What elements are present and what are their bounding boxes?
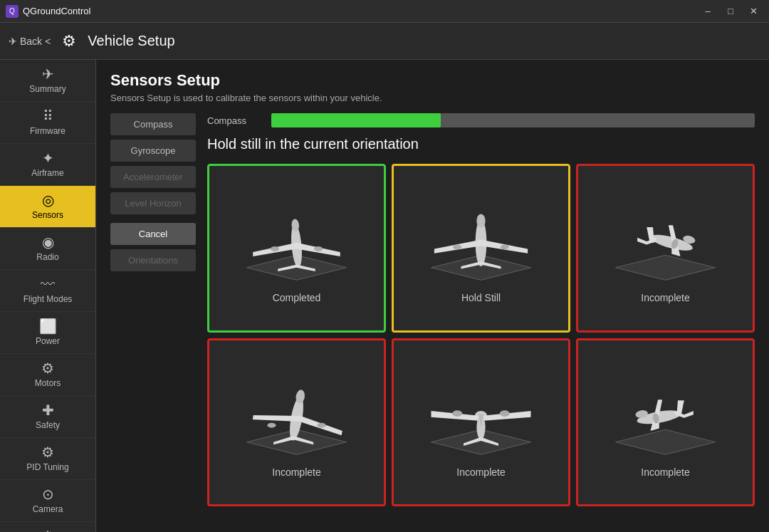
orientation-cell-completed: Completed — [207, 164, 386, 333]
level-horizon-button[interactable]: Level Horizon — [110, 192, 196, 214]
sidebar-item-label-pid: PID Tuning — [26, 462, 68, 472]
sidebar-item-label-airframe: Airframe — [31, 168, 63, 178]
plane-view-5 — [394, 361, 568, 461]
sidebar-item-firmware[interactable]: ⠿ Firmware — [0, 102, 95, 144]
page-description: Sensors Setup is used to calibrate the s… — [110, 93, 755, 103]
sensors-layout: Compass Gyroscope Accelerometer Level Ho… — [110, 113, 755, 513]
sidebar: ✈ Summary ⠿ Firmware ✦ Airframe ◎ Sensor… — [0, 60, 96, 532]
accelerometer-button[interactable]: Accelerometer — [110, 166, 196, 188]
settings-icon: ⚙ — [58, 30, 80, 53]
svg-point-27 — [317, 422, 325, 427]
back-label: Back — [20, 36, 42, 47]
sidebar-item-label-safety: Safety — [36, 420, 60, 430]
sidebar-item-label-motors: Motors — [35, 378, 61, 388]
svg-point-6 — [314, 246, 323, 251]
sidebar-item-label-power: Power — [36, 336, 60, 346]
minimize-button[interactable]: – — [698, 4, 718, 19]
sidebar-item-label-flight-modes: Flight Modes — [23, 294, 73, 304]
gyroscope-button[interactable]: Gyroscope — [110, 140, 196, 162]
sidebar-item-label-summary: Summary — [29, 84, 66, 94]
maximize-button[interactable]: □ — [721, 4, 741, 19]
plane-svg-3 — [578, 187, 753, 286]
compass-button[interactable]: Compass — [110, 113, 196, 135]
svg-point-26 — [267, 422, 276, 427]
radio-icon: ◉ — [42, 235, 54, 249]
pid-icon: ⚙ — [41, 445, 54, 459]
cancel-button[interactable]: Cancel — [110, 223, 196, 245]
orient-label-6: Incomplete — [641, 466, 689, 484]
orient-label-1: Completed — [273, 292, 321, 309]
plane-view-1 — [209, 187, 384, 286]
progress-label: Compass — [207, 115, 264, 126]
main-layout: ✈ Summary ⠿ Firmware ✦ Airframe ◎ Sensor… — [0, 60, 769, 532]
motors-icon: ⚙ — [41, 361, 54, 375]
orientation-grid: Completed — [207, 164, 755, 506]
sensor-buttons-panel: Compass Gyroscope Accelerometer Level Ho… — [110, 113, 196, 513]
progress-row: Compass — [207, 113, 755, 127]
sidebar-item-pid-tuning[interactable]: ⚙ PID Tuning — [0, 438, 95, 480]
titlebar: Q QGroundControl – □ ✕ — [0, 0, 769, 23]
orientation-cell-incomplete-3: Incomplete — [576, 164, 755, 333]
svg-point-11 — [476, 214, 485, 228]
sidebar-item-label-sensors: Sensors — [32, 210, 63, 220]
svg-point-34 — [452, 410, 462, 417]
sidebar-item-radio[interactable]: ◉ Radio — [0, 228, 95, 270]
plane-svg-5 — [394, 361, 568, 461]
orientation-cell-incomplete-6: Incomplete — [576, 338, 755, 507]
sidebar-item-safety[interactable]: ✚ Safety — [0, 396, 95, 438]
plane-svg-2 — [394, 187, 568, 286]
sidebar-item-label-radio: Radio — [36, 252, 58, 262]
titlebar-left: Q QGroundControl — [6, 5, 90, 18]
app-icon: Q — [6, 5, 19, 18]
back-chevron: < — [45, 36, 51, 47]
progress-bar-background — [271, 113, 755, 127]
svg-point-12 — [453, 245, 461, 250]
progress-bar-fill — [271, 113, 441, 127]
sidebar-item-summary[interactable]: ✈ Summary — [0, 60, 95, 102]
plane-view-6 — [578, 361, 753, 461]
sidebar-item-sensors[interactable]: ◎ Sensors — [0, 186, 95, 228]
page-title: Sensors Setup — [110, 71, 755, 90]
sensors-main-panel: Compass Hold still in the current orient… — [207, 113, 755, 513]
power-icon: ⬜ — [39, 319, 57, 333]
sidebar-item-airframe[interactable]: ✦ Airframe — [0, 144, 95, 186]
svg-point-35 — [500, 410, 510, 417]
plane-svg-4 — [209, 361, 384, 461]
orient-label-3: Incomplete — [641, 292, 689, 309]
safety-icon: ✚ — [42, 403, 54, 417]
sidebar-item-label-camera: Camera — [33, 504, 63, 514]
parameters-icon: ⚙ — [41, 529, 54, 532]
firmware-icon: ⠿ — [43, 109, 53, 123]
sidebar-item-label-firmware: Firmware — [30, 126, 66, 136]
plane-view-4 — [209, 361, 384, 461]
svg-marker-36 — [616, 429, 716, 454]
svg-marker-14 — [616, 256, 716, 281]
sidebar-item-parameters[interactable]: ⚙ Parameters — [0, 522, 95, 532]
orient-label-5: Incomplete — [456, 466, 505, 484]
airframe-icon: ✦ — [42, 151, 54, 165]
sidebar-item-camera[interactable]: ⊙ Camera — [0, 480, 95, 522]
orientation-cell-hold-still: Hold Still — [392, 164, 570, 333]
orient-label-4: Incomplete — [272, 466, 320, 484]
instruction-text: Hold still in the current orientation — [207, 136, 755, 152]
sensors-icon: ◎ — [42, 193, 54, 207]
app-title: QGroundControl — [23, 6, 90, 16]
window-controls: – □ ✕ — [698, 4, 763, 19]
flight-modes-icon: 〰 — [41, 277, 55, 291]
back-arrow-icon: ✈ — [9, 36, 17, 47]
plane-view-2 — [394, 187, 568, 286]
svg-point-13 — [501, 245, 509, 250]
orientation-cell-incomplete-4: Incomplete — [207, 338, 386, 507]
toolbar-title: Vehicle Setup — [88, 33, 174, 49]
summary-icon: ✈ — [42, 67, 54, 81]
sidebar-item-motors[interactable]: ⚙ Motors — [0, 354, 95, 396]
plane-svg-6 — [578, 361, 753, 461]
close-button[interactable]: ✕ — [743, 4, 763, 19]
sidebar-item-power[interactable]: ⬜ Power — [0, 312, 95, 354]
toolbar: ✈ Back < ⚙ Vehicle Setup — [0, 23, 769, 60]
back-button[interactable]: ✈ Back < — [9, 36, 51, 47]
orientations-button[interactable]: Orientations — [110, 249, 196, 271]
svg-point-5 — [271, 246, 279, 251]
plane-view-3 — [578, 187, 753, 286]
sidebar-item-flight-modes[interactable]: 〰 Flight Modes — [0, 270, 95, 312]
